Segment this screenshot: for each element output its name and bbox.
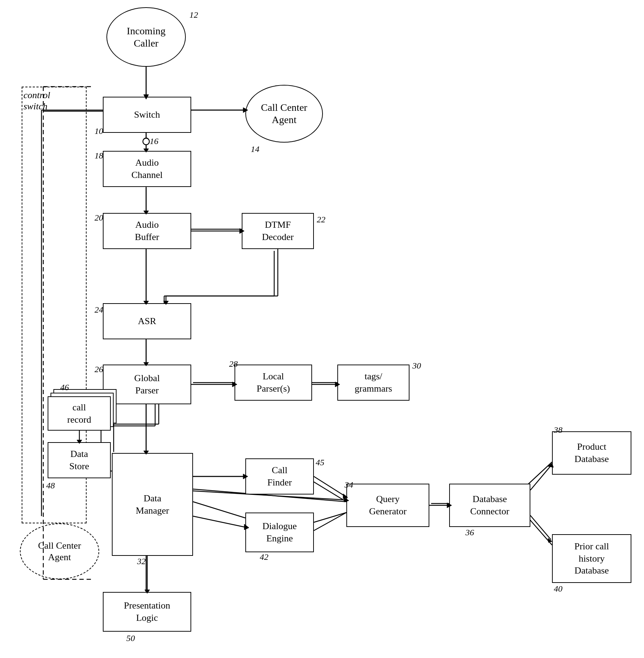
call-center-agent-top-num: 14 [251,144,259,154]
product-database-label: ProductDatabase [574,441,609,465]
switch-label: Switch [134,109,160,121]
prior-call-history-node: Prior callhistoryDatabase [552,534,631,583]
svg-marker-77 [548,538,552,542]
presentation-logic-label: PresentationLogic [124,600,170,624]
global-parser-label: GlobalParser [134,372,160,397]
dtmf-decoder-label: DTMFDecoder [262,219,294,243]
tags-grammars-node: tags/grammars [337,365,409,401]
node16-num: 16 [150,136,158,146]
svg-line-73 [314,513,346,531]
call-record-node: callrecord [48,396,111,431]
audio-buffer-node: AudioBuffer [103,213,191,249]
data-store-label: DataStore [69,448,89,472]
query-generator-num: 34 [345,480,353,490]
prior-call-history-label: Prior callhistoryDatabase [574,540,609,577]
prior-call-history-num: 40 [554,584,562,594]
control-switch-label: controlswitch [23,90,50,112]
dtmf-decoder-node: DTMFDecoder [242,213,314,249]
dtmf-decoder-num: 22 [317,215,325,225]
audio-channel-num: 18 [95,151,103,161]
svg-line-20 [193,502,245,518]
presentation-logic-node: PresentationLogic [103,592,191,632]
svg-line-63 [193,516,244,527]
local-parsers-num: 28 [229,359,238,369]
dialogue-engine-label: DialogueEngine [262,520,297,545]
incoming-caller-label: IncomingCaller [127,25,165,49]
data-manager-label: DataManager [136,492,169,517]
call-finder-num: 45 [316,458,324,467]
svg-line-67 [314,476,345,496]
product-database-num: 38 [554,425,562,435]
audio-channel-label: AudioChannel [131,157,163,181]
svg-line-76 [530,515,551,540]
query-generator-label: QueryGenerator [369,493,407,518]
call-center-agent-top-label: Call CenterAgent [261,101,307,126]
asr-node: ASR [103,303,191,339]
presentation-logic-num: 50 [126,633,135,643]
query-generator-node: QueryGenerator [346,484,429,527]
call-center-agent-bottom-node: Call CenterAgent [20,523,99,579]
call-finder-node: CallFinder [245,458,314,494]
asr-label: ASR [138,315,156,327]
incoming-caller-num: 12 [189,10,198,20]
call-record-label: callrecord [67,401,91,426]
incoming-caller-node: IncomingCaller [106,7,186,67]
database-connector-num: 36 [465,528,474,537]
svg-point-3 [143,138,149,144]
call-center-agent-top-node: Call CenterAgent [245,85,323,143]
switch-num: 10 [95,126,103,136]
audio-buffer-num: 20 [95,213,103,223]
database-connector-label: DatabaseConnector [470,493,509,518]
global-parser-num: 26 [95,365,103,374]
call-center-agent-bottom-label: Call CenterAgent [38,540,81,562]
call-finder-label: CallFinder [267,464,292,489]
tags-grammars-num: 30 [412,361,421,371]
local-parsers-label: LocalParser(s) [257,370,290,395]
audio-channel-node: AudioChannel [103,151,191,187]
tags-grammars-label: tags/grammars [355,370,392,395]
data-store-num: 48 [46,481,55,491]
asr-num: 24 [95,305,103,315]
svg-line-74 [530,466,551,490]
switch-node: Switch [103,97,191,133]
audio-buffer-label: AudioBuffer [135,219,159,243]
database-connector-node: DatabaseConnector [449,484,530,527]
dialogue-engine-num: 42 [260,552,268,562]
local-parsers-node: LocalParser(s) [235,365,312,401]
diagram: controlswitch IncomingCaller 12 Call Cen… [0,0,644,658]
call-record-num: 46 [60,383,69,392]
svg-line-26 [527,516,552,545]
svg-point-36 [143,138,149,145]
data-manager-node: DataManager [112,453,193,556]
data-manager-num: 32 [137,557,146,566]
dialogue-engine-node: DialogueEngine [245,513,314,552]
svg-line-25 [527,462,552,485]
product-database-node: ProductDatabase [552,431,631,475]
data-store-node: DataStore [48,442,111,478]
